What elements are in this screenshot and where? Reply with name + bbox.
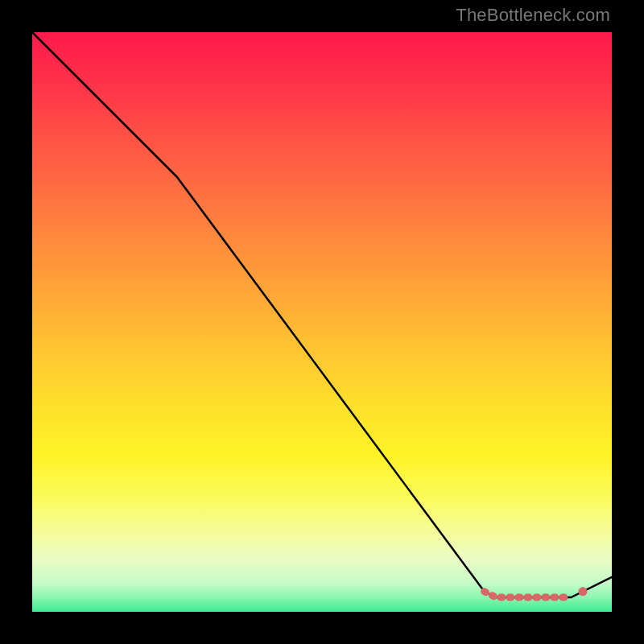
highlight-end-dot [579, 587, 588, 596]
series-group [32, 32, 612, 597]
plot-area [32, 32, 612, 612]
chart-svg [32, 32, 612, 612]
bottleneck-curve-line [32, 32, 612, 597]
watermark-text: TheBottleneck.com [456, 5, 610, 26]
bottleneck-curve-highlight [485, 592, 572, 597]
chart-frame: TheBottleneck.com [0, 0, 644, 644]
